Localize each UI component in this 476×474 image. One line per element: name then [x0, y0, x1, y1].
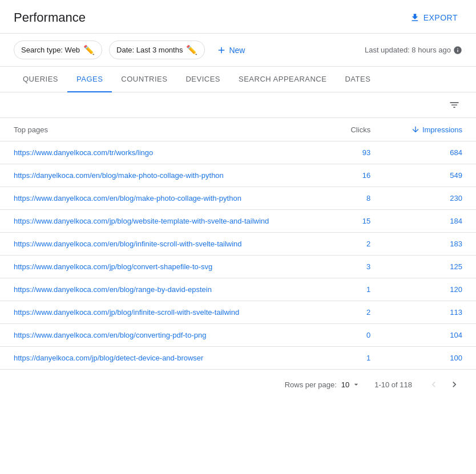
info-icon — [453, 46, 462, 55]
url-cell[interactable]: https://www.danyelkoca.com/jp/blog/infin… — [0, 301, 329, 324]
tab-queries[interactable]: QUERIES — [14, 67, 67, 92]
table-row: https://www.danyelkoca.com/en/blog/infin… — [0, 233, 476, 256]
impressions-cell: 104 — [384, 324, 476, 347]
clicks-cell: 2 — [329, 233, 384, 256]
pagination: Rows per page: 10 1-10 of 118 — [0, 370, 476, 399]
clicks-cell: 16 — [329, 164, 384, 187]
clicks-cell: 8 — [329, 187, 384, 210]
impressions-cell: 113 — [384, 301, 476, 324]
table-row: https://danyelkoca.com/en/blog/make-phot… — [0, 164, 476, 187]
col-pages-header: Top pages — [0, 118, 329, 141]
clicks-cell: 1 — [329, 347, 384, 370]
chevron-left-icon — [428, 379, 439, 390]
filter-list-icon — [449, 99, 460, 111]
url-cell[interactable]: https://www.danyelkoca.com/en/blog/infin… — [0, 233, 329, 256]
url-cell[interactable]: https://www.danyelkoca.com/en/blog/conve… — [0, 324, 329, 347]
impressions-cell: 230 — [384, 187, 476, 210]
impressions-cell: 184 — [384, 210, 476, 233]
impressions-cell: 183 — [384, 233, 476, 256]
toolbar: Search type: Web ✏️ Date: Last 3 months … — [0, 34, 476, 67]
impressions-cell: 120 — [384, 278, 476, 301]
col-impressions-header[interactable]: Impressions — [384, 118, 476, 141]
url-cell[interactable]: https://www.danyelkoca.com/en/blog/range… — [0, 278, 329, 301]
table-row: https://www.danyelkoca.com/jp/blog/conve… — [0, 256, 476, 278]
data-table: Top pages Clicks Impressions https://www… — [0, 118, 476, 370]
table-row: https://www.danyelkoca.com/en/blog/make-… — [0, 187, 476, 210]
clicks-cell: 1 — [329, 278, 384, 301]
add-icon — [216, 45, 227, 55]
page-title: Performance — [14, 10, 86, 25]
new-button[interactable]: New — [212, 42, 249, 59]
url-cell[interactable]: https://danyelkoca.com/en/blog/make-phot… — [0, 164, 329, 187]
table-row: https://www.danyelkoca.com/tr/works/ling… — [0, 141, 476, 164]
filter-button[interactable] — [446, 97, 462, 113]
edit-icon: ✏️ — [186, 44, 197, 55]
clicks-cell: 0 — [329, 324, 384, 347]
col-clicks-header: Clicks — [329, 118, 384, 141]
page-info: 1-10 of 118 — [374, 380, 412, 389]
table-row: https://www.danyelkoca.com/jp/blog/infin… — [0, 301, 476, 324]
impressions-cell: 684 — [384, 141, 476, 164]
chevron-down-icon — [352, 380, 361, 389]
tab-countries[interactable]: COUNTRIES — [112, 67, 176, 92]
tab-search-appearance[interactable]: SEARCH APPEARANCE — [229, 67, 336, 92]
table-row: https://www.danyelkoca.com/jp/blog/websi… — [0, 210, 476, 233]
url-cell[interactable]: https://danyelkoca.com/jp/blog/detect-de… — [0, 347, 329, 370]
page-navigation — [426, 376, 462, 392]
prev-page-button[interactable] — [426, 376, 442, 392]
url-cell[interactable]: https://www.danyelkoca.com/en/blog/make-… — [0, 187, 329, 210]
impressions-cell: 549 — [384, 164, 476, 187]
rows-per-page: Rows per page: 10 — [285, 380, 361, 389]
url-cell[interactable]: https://www.danyelkoca.com/jp/blog/conve… — [0, 256, 329, 278]
sort-arrow-icon — [411, 125, 420, 134]
impressions-cell: 125 — [384, 256, 476, 278]
clicks-cell: 2 — [329, 301, 384, 324]
url-cell[interactable]: https://www.danyelkoca.com/jp/blog/websi… — [0, 210, 329, 233]
search-type-filter[interactable]: Search type: Web ✏️ — [14, 40, 102, 59]
tab-dates[interactable]: DATES — [336, 67, 380, 92]
date-filter[interactable]: Date: Last 3 months ✏️ — [109, 40, 205, 59]
rows-per-page-select[interactable]: 10 — [341, 380, 361, 389]
tab-devices[interactable]: DEVICES — [176, 67, 229, 92]
table-row: https://www.danyelkoca.com/en/blog/conve… — [0, 324, 476, 347]
tabs: QUERIES PAGES COUNTRIES DEVICES SEARCH A… — [0, 67, 476, 92]
filter-bar — [0, 92, 476, 118]
last-updated: Last updated: 8 hours ago — [365, 46, 462, 55]
table-row: https://www.danyelkoca.com/en/blog/range… — [0, 278, 476, 301]
url-cell[interactable]: https://www.danyelkoca.com/tr/works/ling… — [0, 141, 329, 164]
table-row: https://danyelkoca.com/jp/blog/detect-de… — [0, 347, 476, 370]
chevron-right-icon — [449, 379, 460, 390]
clicks-cell: 3 — [329, 256, 384, 278]
clicks-cell: 93 — [329, 141, 384, 164]
next-page-button[interactable] — [446, 376, 462, 392]
impressions-cell: 100 — [384, 347, 476, 370]
tab-pages[interactable]: PAGES — [67, 67, 112, 92]
page-header: Performance EXPORT — [0, 0, 476, 34]
download-icon — [410, 13, 420, 23]
edit-icon: ✏️ — [83, 44, 95, 55]
export-button[interactable]: EXPORT — [405, 9, 462, 26]
clicks-cell: 15 — [329, 210, 384, 233]
